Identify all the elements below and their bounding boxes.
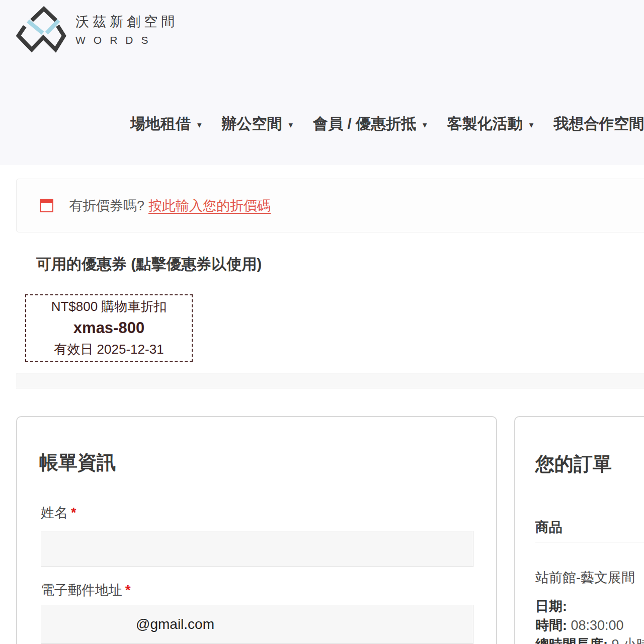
coupon-card-xmas-800[interactable]: NT$800 購物車折扣 xmas-800 有效日 2025-12-31 [25, 294, 193, 362]
order-duration-row: 總時間長度: 9 小時 [535, 635, 644, 644]
order-date-label: 日期: [535, 599, 567, 614]
enter-coupon-code-link[interactable]: 按此輸入您的折價碼 [148, 198, 271, 213]
required-asterisk: * [71, 505, 76, 520]
order-duration-value: 9 小時 [612, 637, 644, 644]
logo-text: 沃茲新創空間 WORDS [75, 13, 178, 46]
nav-item-venue-rental[interactable]: 場地租借 ▾ [130, 114, 202, 134]
coupon-question: 有折價券嗎? [69, 198, 144, 213]
order-duration-label: 總時間長度: [535, 637, 608, 644]
coupon-notice-banner: 有折價券嗎?按此輸入您的折價碼 [16, 179, 644, 232]
nav-item-label: 客製化活動 [447, 114, 523, 134]
billing-heading: 帳單資訊 [39, 450, 116, 475]
chevron-down-icon: ▾ [289, 119, 293, 129]
nav-item-label: 我想合作空間 [553, 114, 644, 134]
words-logo-icon [15, 4, 69, 54]
nav-item-label: 辦公空間 [222, 114, 282, 134]
coupon-expiry: 有效日 2025-12-31 [54, 340, 164, 359]
nav-item-office-space[interactable]: 辦公空間 ▾ [222, 114, 293, 134]
chevron-down-icon: ▾ [197, 119, 202, 129]
nav-item-cooperate[interactable]: 我想合作空間 [553, 114, 644, 134]
nav-item-label: 會員 / 優惠折抵 [313, 114, 416, 134]
available-coupons-heading: 可用的優惠券 (點擊優惠券以使用) [36, 254, 262, 275]
order-time-value: 08:30:00 [571, 618, 624, 633]
nav-item-label: 場地租借 [130, 114, 191, 134]
name-input[interactable] [41, 531, 473, 567]
coupon-notice-text: 有折價券嗎?按此輸入您的折價碼 [69, 197, 271, 215]
email-field-label: 電子郵件地址* [41, 581, 131, 599]
order-heading: 您的訂單 [535, 451, 612, 477]
order-date-row: 日期: [535, 597, 567, 615]
coupon-icon [40, 199, 53, 212]
coupon-code: xmas-800 [73, 316, 144, 340]
billing-details-card: 帳單資訊 姓名* 電子郵件地址* [16, 416, 497, 644]
order-item-name: 站前館-藝文展間 [535, 569, 635, 587]
email-input[interactable] [41, 605, 473, 644]
required-asterisk: * [125, 583, 131, 598]
order-time-label: 時間: [535, 618, 567, 633]
product-column-header: 商品 [535, 518, 562, 536]
your-order-card: 您的訂單 商品 站前館-藝文展間 日期: 時間: 08:30:00 總時間長度:… [514, 416, 644, 644]
site-logo[interactable]: 沃茲新創空間 WORDS [15, 4, 178, 54]
logo-name-zh: 沃茲新創空間 [75, 13, 178, 31]
order-table-divider [535, 542, 644, 542]
name-field-label: 姓名* [41, 504, 76, 522]
site-header: 沃茲新創空間 WORDS 場地租借 ▾ 辦公空間 ▾ 會員 / 優惠折抵 ▾ 客… [0, 0, 644, 165]
collapsed-section-strip [16, 373, 644, 388]
chevron-down-icon: ▾ [423, 119, 427, 129]
nav-item-membership-discount[interactable]: 會員 / 優惠折抵 ▾ [313, 114, 427, 134]
nav-item-custom-events[interactable]: 客製化活動 ▾ [447, 114, 534, 134]
logo-name-en: WORDS [75, 34, 178, 46]
chevron-down-icon: ▾ [529, 119, 534, 129]
coupon-title: NT$800 購物車折扣 [51, 297, 167, 316]
order-time-row: 時間: 08:30:00 [535, 616, 624, 634]
main-nav: 場地租借 ▾ 辦公空間 ▾ 會員 / 優惠折抵 ▾ 客製化活動 ▾ 我想合作空間 [130, 114, 644, 134]
